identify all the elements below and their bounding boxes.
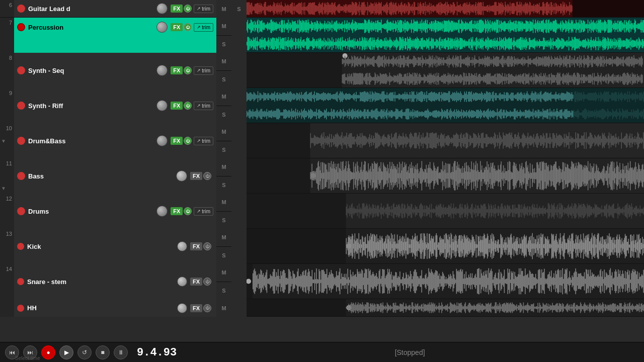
- mute-btn-11[interactable]: M: [216, 158, 231, 176]
- waveform-11: [247, 158, 644, 193]
- volume-knob-12[interactable]: [156, 206, 168, 217]
- track-name-9: Synth - Riff: [28, 102, 153, 110]
- power-btn-7[interactable]: ⏻: [184, 23, 192, 31]
- track-number-13: 13: [0, 229, 14, 264]
- tracks-area: 6 Guitar Lead d FX ⏻ ↗trim M S: [0, 0, 644, 342]
- track-left-9: 9 Synth - Riff FX ⏻ ↗trim M S: [0, 88, 247, 123]
- record-btn-8[interactable]: [17, 66, 25, 74]
- volume-knob-13[interactable]: [177, 241, 187, 251]
- power-btn-14[interactable]: ⏻: [203, 278, 211, 286]
- fx-btn-8[interactable]: FX: [171, 66, 183, 74]
- solo-btn-12[interactable]: S: [216, 212, 231, 229]
- mute-btn-10[interactable]: M: [216, 123, 231, 141]
- collapse-arrow-10[interactable]: ▼: [1, 138, 6, 143]
- loop-button[interactable]: ↺: [77, 345, 92, 359]
- collapse-arrow-11[interactable]: ▼: [1, 186, 6, 191]
- solo-btn-7[interactable]: S: [216, 36, 231, 53]
- mute-btn-14[interactable]: M: [216, 264, 231, 282]
- volume-knob-9[interactable]: [156, 100, 168, 111]
- volume-knob-7[interactable]: [156, 22, 168, 33]
- mute-btn-13[interactable]: M: [216, 229, 231, 247]
- volume-knob-10[interactable]: [156, 135, 168, 146]
- record-btn-7[interactable]: [17, 23, 25, 31]
- record-btn-9[interactable]: [17, 102, 25, 110]
- fx-btn-14[interactable]: FX: [190, 278, 202, 286]
- track-number-8: 8: [0, 53, 14, 88]
- trim-btn-9[interactable]: ↗trim: [194, 102, 213, 110]
- ms-col-6: M: [216, 0, 231, 18]
- fx-btn-9[interactable]: FX: [171, 102, 183, 110]
- track-row-6: 6 Guitar Lead d FX ⏻ ↗trim M S: [0, 0, 644, 18]
- power-btn-6[interactable]: ⏻: [184, 5, 192, 13]
- trim-btn-12[interactable]: ↗trim: [194, 207, 213, 216]
- waveform-14: [247, 264, 644, 299]
- ms-col-12s: [231, 194, 247, 229]
- power-btn-13[interactable]: ⏻: [203, 242, 211, 250]
- record-btn-13[interactable]: [17, 243, 24, 250]
- fx-btn-13[interactable]: FX: [190, 242, 202, 250]
- record-btn-15[interactable]: [17, 305, 24, 312]
- volume-knob-6[interactable]: [156, 3, 168, 14]
- mute-btn-6[interactable]: M: [216, 0, 231, 18]
- solo-btn-10[interactable]: S: [216, 141, 231, 159]
- mute-btn-8[interactable]: M: [216, 53, 231, 71]
- power-btn-8[interactable]: ⏻: [184, 66, 192, 74]
- fx-btn-12[interactable]: FX: [171, 207, 183, 215]
- solo-btn-6[interactable]: S: [231, 0, 247, 18]
- ms-col-7: M S: [216, 18, 231, 53]
- record-button[interactable]: ●: [41, 345, 55, 359]
- mute-btn-12[interactable]: M: [216, 194, 231, 212]
- ms-col-14s: [231, 264, 247, 299]
- power-btn-11[interactable]: ⏻: [203, 172, 211, 180]
- track-header-12: Drums FX ⏻ ↗trim: [14, 194, 216, 229]
- trim-btn-7[interactable]: ↗trim: [194, 23, 213, 32]
- fx-btn-7[interactable]: FX: [171, 23, 183, 31]
- track-name-14: Snare - stem: [27, 278, 174, 286]
- record-btn-14[interactable]: [17, 278, 24, 285]
- fx-btn-6[interactable]: FX: [171, 5, 183, 13]
- mute-btn-9[interactable]: M: [216, 88, 231, 106]
- power-btn-9[interactable]: ⏻: [184, 102, 192, 110]
- solo-btn-8[interactable]: S: [216, 71, 231, 88]
- track-left-15: HH FX ⏻ M: [0, 299, 247, 316]
- record-btn-11[interactable]: [17, 172, 25, 180]
- record-btn-12[interactable]: [17, 207, 25, 215]
- fx-btn-11[interactable]: FX: [190, 172, 202, 180]
- pause-button[interactable]: ⏸: [114, 345, 128, 359]
- mute-btn-15[interactable]: M: [216, 299, 231, 317]
- volume-knob-14[interactable]: [177, 277, 187, 287]
- track-left-7: 7 Percussion FX ⏻ ↗trim M S: [0, 18, 247, 52]
- waveform-7: [247, 18, 644, 52]
- record-btn-6[interactable]: [17, 5, 25, 13]
- power-btn-15[interactable]: ⏻: [203, 304, 211, 312]
- ms-col-8s: [231, 53, 247, 88]
- track-name-10: Drum&Bass: [28, 137, 153, 145]
- solo-btn-9[interactable]: S: [216, 106, 231, 124]
- track-row-13: 13 Kick FX ⏻ M S: [0, 229, 644, 264]
- volume-knob-8[interactable]: [156, 65, 168, 76]
- record-btn-10[interactable]: [17, 137, 25, 145]
- fx-btn-15[interactable]: FX: [190, 304, 202, 312]
- track-name-8: Synth - Seq: [28, 67, 153, 74]
- play-button[interactable]: ▶: [59, 345, 73, 359]
- volume-knob-15[interactable]: [177, 303, 187, 313]
- trim-btn-10[interactable]: ↗trim: [194, 137, 213, 145]
- solo-btn-14[interactable]: S: [216, 282, 231, 300]
- waveform-10: [247, 123, 644, 158]
- track-header-6: Guitar Lead d FX ⏻ ↗trim: [14, 0, 216, 17]
- solo-btn-13[interactable]: S: [216, 247, 231, 264]
- track-row-15: HH FX ⏻ M: [0, 299, 644, 317]
- power-btn-10[interactable]: ⏻: [184, 137, 192, 145]
- mute-btn-7[interactable]: M: [216, 18, 231, 36]
- power-btn-12[interactable]: ⏻: [184, 207, 192, 215]
- stop-button[interactable]: ■: [96, 345, 110, 359]
- transport-bar: ⏮ ⏭ ● ▶ ↺ ■ ⏸ 9.4.93 [Stopped] Select ti…: [0, 342, 644, 362]
- trim-btn-8[interactable]: ↗trim: [194, 66, 213, 75]
- track-left-14: 14 Snare - stem FX ⏻ M S: [0, 264, 247, 299]
- trim-btn-6[interactable]: ↗trim: [194, 5, 213, 13]
- track-header-7: Percussion FX ⏻ ↗trim: [14, 18, 216, 53]
- solo-btn-11[interactable]: S: [216, 176, 231, 194]
- fx-btn-10[interactable]: FX: [171, 137, 183, 145]
- volume-knob-11[interactable]: [176, 170, 187, 182]
- main-container: 6 Guitar Lead d FX ⏻ ↗trim M S: [0, 0, 644, 362]
